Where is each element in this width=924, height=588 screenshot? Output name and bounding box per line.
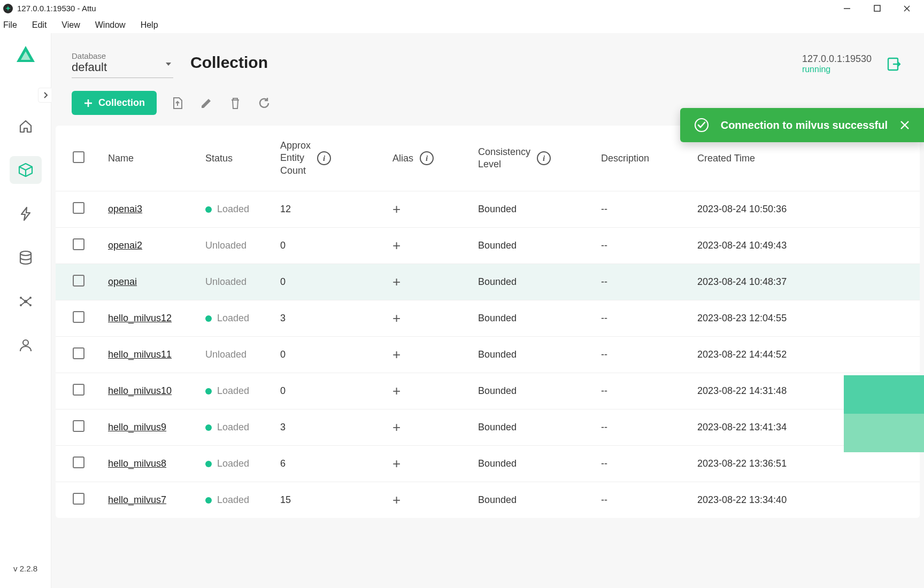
collection-name-link[interactable]: openai [108, 276, 137, 287]
table-row[interactable]: hello_milvus10Loaded0+Bounded--2023-08-2… [56, 373, 920, 409]
row-description: -- [601, 385, 697, 397]
toast-message: Connection to milvus successful [721, 119, 888, 131]
add-collection-button[interactable]: Collection [72, 91, 157, 115]
collection-name-link[interactable]: openai3 [108, 204, 142, 214]
row-checkbox[interactable] [73, 493, 84, 505]
maximize-button[interactable] [862, 0, 892, 17]
import-icon [171, 96, 184, 110]
collection-name-link[interactable]: hello_milvus11 [108, 349, 172, 360]
row-checkbox[interactable] [73, 311, 84, 323]
refresh-button[interactable] [256, 95, 272, 111]
status-dot-icon [205, 388, 212, 394]
row-name: hello_milvus12 [108, 313, 205, 324]
row-name: openai [108, 276, 205, 288]
database-selector[interactable]: Database default [72, 50, 173, 78]
add-alias-button[interactable]: + [392, 383, 401, 399]
row-checkbox[interactable] [73, 457, 84, 468]
table-row[interactable]: hello_milvus12Loaded3+Bounded--2023-08-2… [56, 300, 920, 336]
collection-name-link[interactable]: hello_milvus9 [108, 422, 166, 432]
row-consistency: Bounded [478, 240, 601, 251]
nav-collections[interactable] [10, 156, 42, 184]
info-icon[interactable]: i [317, 151, 331, 165]
sidebar: v 2.2.8 [0, 33, 51, 588]
nav-query[interactable] [10, 200, 42, 228]
row-alias: + [392, 346, 478, 363]
logout-button[interactable] [883, 53, 905, 75]
info-icon[interactable]: i [537, 151, 551, 165]
row-consistency: Bounded [478, 313, 601, 324]
table-row[interactable]: hello_milvus8Loaded6+Bounded--2023-08-22… [56, 445, 920, 482]
nav-graph[interactable] [10, 288, 42, 315]
table-row[interactable]: openai3Loaded12+Bounded--2023-08-24 10:5… [56, 191, 920, 227]
menu-window[interactable]: Window [88, 18, 133, 32]
table-row[interactable]: openaiUnloaded0+Bounded--2023-08-24 10:4… [56, 264, 920, 300]
table-row[interactable]: hello_milvus7Loaded15+Bounded--2023-08-2… [56, 482, 920, 518]
header-consistency[interactable]: Consistency Level i [478, 146, 601, 171]
add-alias-button[interactable]: + [392, 346, 401, 362]
svg-line-11 [26, 298, 30, 301]
row-checkbox[interactable] [73, 384, 84, 396]
row-checkbox[interactable] [73, 347, 84, 359]
table-row[interactable]: hello_milvus9Loaded3+Bounded--2023-08-22… [56, 409, 920, 445]
header-status[interactable]: Status [205, 153, 280, 164]
add-alias-button[interactable]: + [392, 419, 401, 435]
svg-line-12 [21, 301, 26, 305]
add-alias-button[interactable]: + [392, 237, 401, 253]
table-row[interactable]: openai2Unloaded0+Bounded--2023-08-24 10:… [56, 227, 920, 264]
menu-help[interactable]: Help [133, 18, 166, 32]
add-collection-label: Collection [98, 97, 145, 109]
collection-name-link[interactable]: openai2 [108, 240, 142, 251]
row-alias: + [392, 419, 478, 436]
connection-state: running [802, 65, 872, 74]
header-entity-count[interactable]: Approx Entity Count i [280, 140, 392, 177]
menu-view[interactable]: View [54, 18, 87, 32]
row-status: Loaded [205, 204, 280, 215]
svg-line-13 [26, 301, 30, 305]
app-icon: ✦ [3, 4, 13, 13]
delete-button[interactable] [227, 95, 243, 111]
nav-home[interactable] [10, 112, 42, 140]
sidebar-collapse-button[interactable] [38, 88, 53, 103]
header-name[interactable]: Name [108, 153, 205, 164]
row-checkbox-cell [62, 202, 108, 216]
row-consistency: Bounded [478, 494, 601, 506]
row-name: hello_milvus9 [108, 422, 205, 433]
row-alias: + [392, 492, 478, 508]
collection-name-link[interactable]: hello_milvus7 [108, 494, 166, 505]
table-row[interactable]: hello_milvus11Unloaded0+Bounded--2023-08… [56, 336, 920, 373]
minimize-button[interactable] [832, 0, 862, 17]
header-description[interactable]: Description [601, 153, 697, 164]
toast-close-button[interactable] [899, 120, 910, 130]
add-alias-button[interactable]: + [392, 310, 401, 326]
add-alias-button[interactable]: + [392, 455, 401, 471]
row-created: 2023-08-24 10:49:43 [697, 240, 913, 251]
select-all-checkbox[interactable] [73, 151, 84, 163]
header-created[interactable]: Created Time [697, 153, 913, 164]
graph-icon [18, 293, 34, 310]
row-checkbox[interactable] [73, 238, 84, 250]
collection-name-link[interactable]: hello_milvus12 [108, 313, 172, 323]
collection-name-link[interactable]: hello_milvus8 [108, 458, 166, 469]
row-checkbox[interactable] [73, 202, 84, 214]
add-alias-button[interactable]: + [392, 201, 401, 217]
add-alias-button[interactable]: + [392, 274, 401, 290]
row-name: hello_milvus7 [108, 494, 205, 506]
header-alias[interactable]: Alias i [392, 151, 478, 165]
add-alias-button[interactable]: + [392, 492, 401, 508]
row-checkbox[interactable] [73, 275, 84, 287]
row-status: Loaded [205, 385, 280, 397]
import-button[interactable] [170, 95, 186, 111]
edit-button[interactable] [198, 95, 214, 111]
row-checkbox-cell [62, 347, 108, 362]
menu-edit[interactable]: Edit [25, 18, 55, 32]
menu-file[interactable]: File [1, 18, 25, 32]
info-icon[interactable]: i [420, 151, 434, 165]
row-consistency: Bounded [478, 422, 601, 433]
collection-name-link[interactable]: hello_milvus10 [108, 385, 172, 396]
nav-users[interactable] [10, 331, 42, 359]
close-button[interactable] [892, 0, 922, 17]
nav-database[interactable] [10, 244, 42, 272]
row-checkbox[interactable] [73, 420, 84, 432]
row-alias: + [392, 455, 478, 472]
trash-icon [228, 96, 242, 110]
